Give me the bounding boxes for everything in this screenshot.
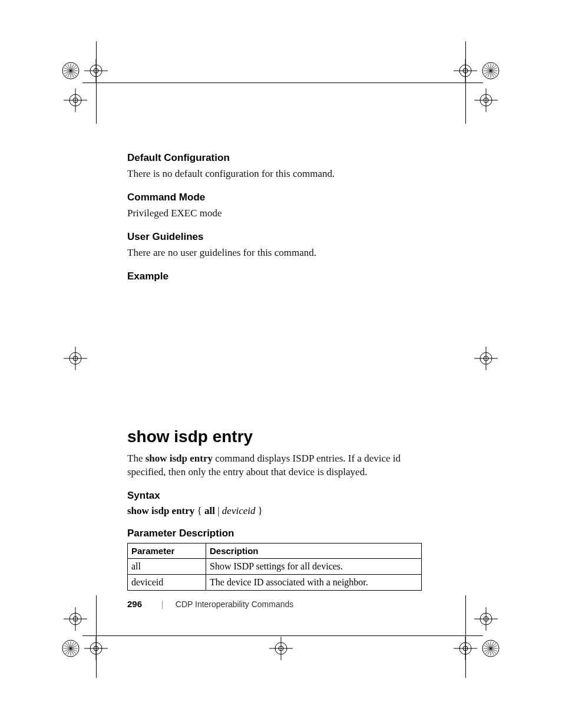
registration-mark-icon [479,637,503,660]
heading-default-configuration: Default Configuration [127,152,434,164]
intro-prefix: The [127,453,146,464]
syntax-all: all [204,505,215,516]
footer-separator [162,601,163,609]
registration-mark-icon [64,347,87,370]
body-command-mode: Privileged EXEC mode [127,207,434,220]
registration-mark-icon [454,637,477,660]
syntax-line: show isdp entry { all | deviceid } [127,505,434,517]
registration-mark-icon [474,88,498,112]
table-header-row: Parameter Description [128,543,422,558]
chapter-title: CDP Interoperability Commands [176,599,294,609]
registration-mark-icon [64,88,87,112]
cell-param: deviceid [128,574,206,590]
cell-desc: The device ID associated with a neighbor… [206,574,422,590]
heading-parameter-description: Parameter Description [127,528,434,539]
heading-syntax: Syntax [127,490,434,502]
heading-user-guidelines: User Guidelines [127,231,434,243]
page-number: 296 [127,599,142,609]
command-intro: The show isdp entry command displays ISD… [127,452,434,479]
registration-mark-icon [474,607,498,631]
cell-param: all [128,558,206,574]
page-footer: 296 CDP Interoperability Commands [127,599,293,609]
registration-mark-icon [59,59,82,83]
registration-mark-icon [84,59,108,83]
registration-mark-icon [269,637,293,660]
registration-mark-icon [84,637,108,660]
command-title: show isdp entry [127,427,434,446]
syntax-deviceid: deviceid [222,505,256,516]
table-row: all Show ISDP settings for all devices. [128,558,422,574]
cell-desc: Show ISDP settings for all devices. [206,558,422,574]
col-parameter: Parameter [128,543,206,558]
registration-mark-icon [479,59,503,83]
col-description: Description [206,543,422,558]
registration-mark-icon [474,347,498,370]
registration-mark-icon [64,607,87,631]
table-row: deviceid The device ID associated with a… [128,574,422,590]
intro-bold: show isdp entry [146,453,213,464]
parameter-table: Parameter Description all Show ISDP sett… [127,543,422,591]
syntax-cmd: show isdp entry [127,505,194,516]
registration-mark-icon [59,637,82,660]
page-content: Default Configuration There is no defaul… [127,152,434,591]
heading-example: Example [127,271,434,282]
body-default-configuration: There is no default configuration for th… [127,167,434,181]
registration-mark-icon [454,59,477,83]
body-user-guidelines: There are no user guidelines for this co… [127,246,434,260]
syntax-brace-open: { [194,505,204,516]
heading-command-mode: Command Mode [127,192,434,203]
syntax-pipe: | [215,505,222,516]
syntax-brace-close: } [255,505,262,516]
